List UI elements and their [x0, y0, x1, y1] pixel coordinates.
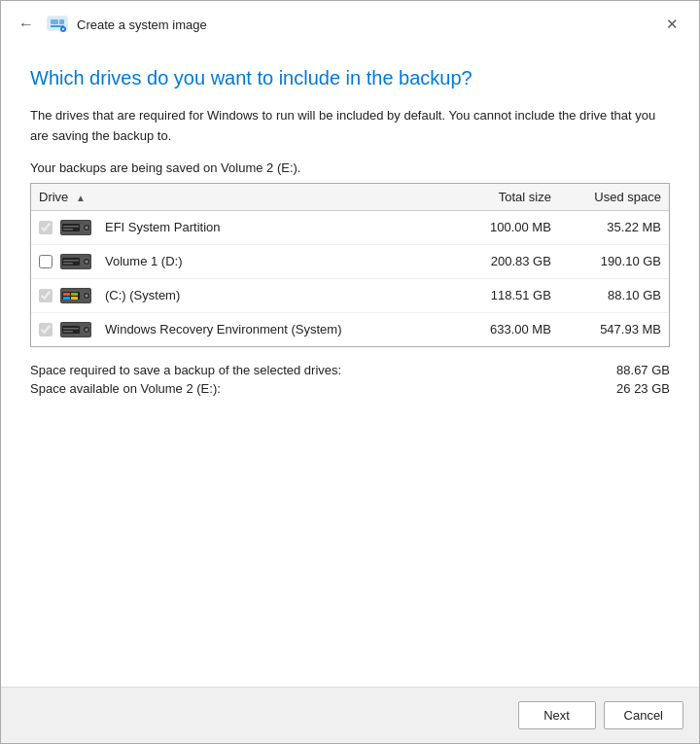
drive-checkbox-efi: [39, 221, 52, 234]
svg-rect-19: [63, 263, 73, 265]
used-space-c_system: 88.10 GB: [559, 278, 669, 312]
content-area: Which drives do you want to include in t…: [1, 46, 699, 687]
svg-rect-1: [51, 19, 58, 24]
svg-point-23: [86, 294, 88, 297]
drive-name-efi: EFI System Partition: [105, 220, 220, 234]
footer: Next Cancel: [1, 687, 699, 743]
drive-name-wre: Windows Recovery Environment (System): [105, 322, 341, 337]
total-size-efi: 100.00 MB: [457, 210, 559, 244]
total-size-volume1: 200.83 GB: [457, 244, 559, 278]
svg-rect-11: [63, 226, 79, 228]
sort-arrow: ▲: [76, 193, 86, 203]
svg-rect-10: [62, 224, 80, 231]
table-row: Windows Recovery Environment (System)633…: [31, 312, 669, 346]
drive-name-volume1: Volume 1 (D:): [105, 254, 182, 268]
table-row: (C:) (System)118.51 GB88.10 GB: [31, 278, 669, 312]
svg-rect-28: [71, 297, 78, 300]
col-used-space: Used space: [559, 184, 669, 211]
drive-cell-c_system: (C:) (System): [31, 278, 457, 312]
drives-table: Drive ▲ Total size Used space: [31, 184, 669, 346]
drive-checkbox-c_system: [39, 289, 52, 302]
window-title: Create a system image: [77, 18, 207, 32]
title-bar-left: ← Create a system image: [15, 13, 207, 36]
space-required-row: Space required to save a backup of the s…: [30, 363, 670, 377]
drives-table-wrapper: Drive ▲ Total size Used space: [30, 183, 670, 347]
svg-rect-34: [63, 328, 79, 330]
space-required-value: 88.67 GB: [592, 363, 670, 377]
drive-cell-volume1: Volume 1 (D:): [31, 244, 457, 278]
drive-icon-c_system: [60, 286, 95, 305]
close-button[interactable]: ✕: [658, 11, 685, 38]
total-size-c_system: 118.51 GB: [457, 278, 559, 312]
svg-rect-17: [62, 258, 80, 266]
svg-rect-26: [71, 293, 78, 296]
save-info-text: Your backups are being saved on Volume 2…: [30, 160, 670, 175]
back-button[interactable]: ←: [15, 13, 38, 36]
table-row: Volume 1 (D:)200.83 GB190.10 GB: [31, 244, 669, 278]
drive-checkbox-wre: [39, 323, 52, 337]
svg-point-16: [86, 260, 88, 263]
svg-rect-2: [59, 19, 64, 24]
space-available-row: Space available on Volume 2 (E:): 26 23 …: [30, 381, 670, 396]
svg-rect-35: [63, 331, 73, 333]
next-button[interactable]: Next: [518, 701, 596, 729]
col-total-size: Total size: [457, 184, 559, 211]
svg-point-32: [86, 328, 88, 331]
space-info: Space required to save a backup of the s…: [30, 363, 670, 396]
drive-icon-wre: [60, 320, 95, 339]
drive-cell-efi: EFI System Partition: [31, 210, 457, 244]
page-title: Which drives do you want to include in t…: [30, 65, 670, 90]
used-space-efi: 35.22 MB: [559, 210, 669, 244]
space-available-value: 26 23 GB: [592, 381, 670, 396]
svg-rect-12: [63, 229, 73, 230]
title-bar: ← Create a system image ✕: [1, 1, 699, 46]
table-row: EFI System Partition100.00 MB35.22 MB: [31, 210, 669, 244]
description-text: The drives that are required for Windows…: [30, 106, 670, 147]
drive-checkbox-volume1[interactable]: [39, 255, 52, 268]
svg-rect-25: [63, 293, 70, 296]
drive-cell-wre: Windows Recovery Environment (System): [31, 312, 457, 346]
svg-rect-18: [63, 260, 79, 262]
svg-point-9: [86, 226, 88, 229]
cancel-button[interactable]: Cancel: [604, 701, 683, 729]
drive-name-c_system: (C:) (System): [105, 288, 180, 302]
svg-rect-27: [63, 297, 70, 300]
space-required-label: Space required to save a backup of the s…: [30, 363, 592, 377]
used-space-volume1: 190.10 GB: [559, 244, 669, 278]
col-drive: Drive ▲: [31, 184, 457, 211]
app-icon: [46, 13, 69, 36]
total-size-wre: 633.00 MB: [457, 312, 559, 346]
main-window: ← Create a system image ✕ Which drives d…: [0, 0, 700, 744]
svg-rect-33: [62, 326, 80, 334]
drive-icon-volume1: [60, 252, 95, 271]
used-space-wre: 547.93 MB: [559, 312, 669, 346]
drive-icon-efi: [60, 218, 95, 237]
space-available-label: Space available on Volume 2 (E:):: [30, 381, 592, 396]
svg-point-5: [62, 28, 64, 30]
